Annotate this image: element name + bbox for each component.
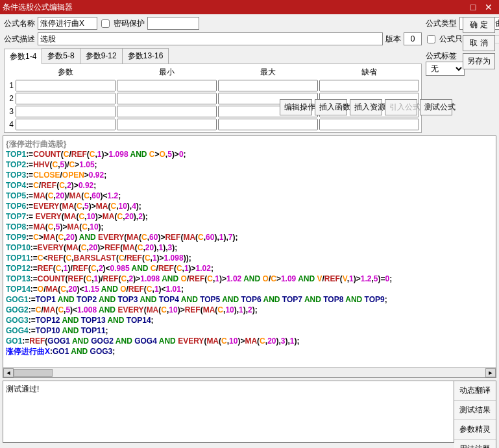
scroll-right-icon[interactable]: ►	[485, 368, 496, 377]
label-name: 公式名称	[4, 18, 35, 29]
horizontal-scrollbar[interactable]: ◄ ►	[3, 367, 496, 377]
p4-def[interactable]	[319, 119, 419, 130]
p1-name[interactable]	[16, 80, 116, 91]
label-desc: 公式描述	[4, 34, 35, 45]
p1-max[interactable]	[218, 80, 318, 91]
test-formula-button[interactable]: 测试公式	[420, 99, 452, 115]
pc-only-checkbox[interactable]	[427, 35, 435, 43]
p4-min[interactable]	[117, 119, 217, 130]
code-editor-wrap: {涨停进行曲选股} TOP1:=COUNT(C/REF(C,1)>1.098 A…	[3, 136, 496, 378]
message-panel: 测试通过!	[3, 381, 454, 443]
formula-name-input[interactable]	[38, 17, 97, 30]
password-checkbox[interactable]	[101, 19, 110, 28]
cancel-button[interactable]: 取 消	[463, 35, 495, 51]
col-max: 最大	[217, 65, 319, 79]
test-result-button[interactable]: 测试结果	[454, 401, 496, 420]
usage-note-button[interactable]: 用法注释	[454, 440, 496, 448]
p4-name[interactable]	[16, 119, 116, 130]
col-param: 参数	[15, 65, 116, 79]
ok-button[interactable]: 确 定	[463, 17, 495, 33]
tab-params-5-8[interactable]: 参数5-8	[42, 48, 80, 64]
p2-name[interactable]	[16, 93, 116, 104]
param-row: 4	[6, 118, 420, 131]
insert-func-button[interactable]: 插入函数	[315, 99, 347, 115]
param-wizard-button[interactable]: 参数精灵	[454, 420, 496, 440]
col-def: 缺省	[319, 65, 420, 79]
p3-name[interactable]	[16, 106, 116, 117]
label-version: 版本	[385, 34, 401, 45]
p2-min[interactable]	[117, 93, 217, 104]
label-type: 公式类型	[426, 18, 457, 29]
save-as-button[interactable]: 另存为	[463, 53, 495, 69]
code-editor[interactable]: {涨停进行曲选股} TOP1:=COUNT(C/REF(C,1)>1.098 A…	[3, 136, 496, 367]
label-pwd: 密码保护	[114, 18, 145, 29]
import-formula-button: 引入公式	[385, 99, 417, 115]
insert-res-button[interactable]: 插入资源	[350, 99, 382, 115]
p3-min[interactable]	[117, 106, 217, 117]
title-bar: 条件选股公式编辑器 □ ✕	[0, 0, 499, 14]
label-tag: 公式标签	[426, 51, 456, 62]
p1-min[interactable]	[117, 80, 217, 91]
tab-params-1-4[interactable]: 参数1-4	[4, 49, 42, 64]
p4-max[interactable]	[218, 119, 318, 130]
param-grid: 参数 最小 最大 缺省 1 2 3 4	[4, 64, 422, 133]
password-input[interactable]	[147, 17, 199, 30]
tab-params-13-16[interactable]: 参数13-16	[122, 48, 169, 64]
tab-params-9-12[interactable]: 参数9-12	[80, 48, 123, 64]
col-min: 最小	[116, 65, 217, 79]
p1-def[interactable]	[319, 80, 419, 91]
edit-op-button[interactable]: 编辑操作	[280, 99, 312, 115]
close-icon[interactable]: ✕	[481, 2, 496, 12]
formula-desc-input[interactable]	[38, 32, 383, 45]
param-row: 1	[6, 79, 420, 92]
tag-select[interactable]: 无	[426, 62, 465, 76]
scroll-left-icon[interactable]: ◄	[3, 368, 14, 377]
window-title: 条件选股公式编辑器	[3, 2, 465, 13]
maximize-icon[interactable]: □	[465, 2, 481, 12]
scroll-thumb[interactable]	[14, 369, 53, 377]
dynamic-translate-button[interactable]: 动态翻译	[454, 381, 496, 401]
version-input[interactable]	[404, 32, 422, 45]
param-tabs: 参数1-4 参数5-8 参数9-12 参数13-16	[4, 48, 422, 64]
